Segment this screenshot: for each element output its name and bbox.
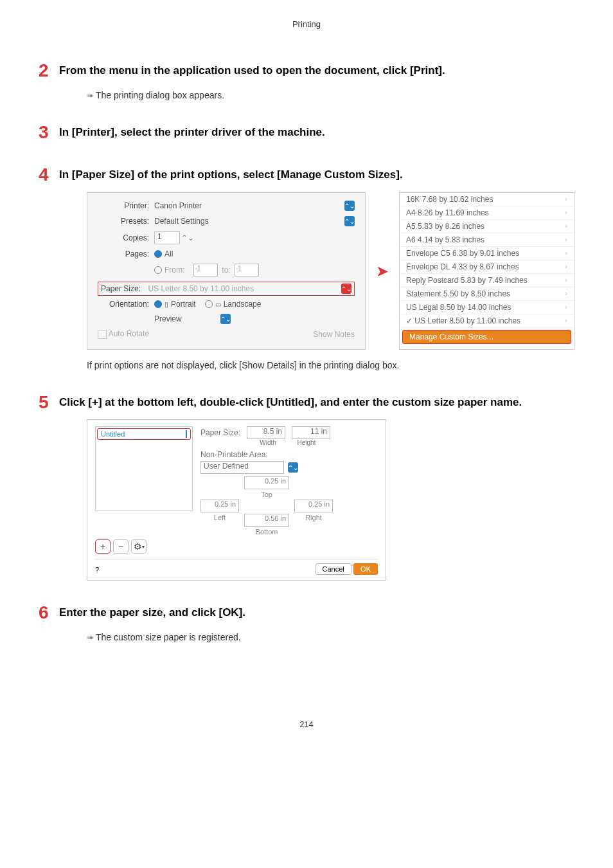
preview-label: Preview — [154, 314, 182, 323]
size-option[interactable]: A5 5.83 by 8.26 inches› — [400, 220, 574, 233]
red-arrow-icon: ➤ — [376, 262, 389, 280]
bottom-label: Bottom — [244, 528, 289, 536]
step-number-5: 5 — [39, 393, 51, 413]
step-number-3: 3 — [39, 123, 51, 143]
size-list: Untitled — [95, 426, 193, 511]
size-option[interactable]: Reply Postcard 5.83 by 7.49 inches› — [400, 274, 574, 287]
radio-landscape[interactable] — [205, 300, 213, 308]
right-input[interactable]: 0.25 in — [294, 500, 333, 512]
height-input[interactable]: 11 in — [292, 426, 330, 439]
printer-value: Canon Printer — [154, 201, 202, 210]
result-arrow-icon: ➠ — [87, 633, 94, 642]
dropdown-icon[interactable]: ⌃⌄ — [344, 201, 355, 211]
to-input[interactable]: 1 — [235, 264, 259, 276]
radio-portrait[interactable] — [154, 300, 162, 308]
size-option[interactable]: A4 8.26 by 11.69 inches› — [400, 206, 574, 220]
step4-note: If print options are not displayed, clic… — [87, 360, 574, 370]
dropdown-icon[interactable]: ⌃⌄ — [344, 216, 355, 226]
top-input[interactable]: 0.25 in — [244, 476, 289, 489]
options-button[interactable]: ⚙︎▾ — [131, 539, 147, 554]
landscape-label: Landscape — [224, 300, 262, 309]
dropdown-icon[interactable]: ⌃⌄ — [341, 284, 351, 294]
result-arrow-icon: ➠ — [87, 91, 94, 100]
bottom-input[interactable]: 0.56 in — [244, 514, 289, 527]
width-input[interactable]: 8.5 in — [247, 426, 285, 439]
untitled-item[interactable]: Untitled — [97, 428, 191, 440]
size-option-selected[interactable]: ✓ US Letter 8.50 by 11.00 inches› — [400, 314, 574, 328]
size-option[interactable]: Envelope C5 6.38 by 9.01 inches› — [400, 247, 574, 260]
auto-rotate-label: Auto Rotate — [109, 329, 149, 338]
checkbox-autorotate[interactable] — [98, 330, 107, 339]
step-title-5: Click [+] at the bottom left, double-cli… — [59, 396, 522, 409]
left-label: Left — [200, 514, 239, 527]
print-dialog: Printer: Canon Printer ⌃⌄ Presets: Defau… — [87, 192, 366, 350]
from-label: From: — [164, 266, 184, 275]
ok-button[interactable]: OK — [353, 563, 378, 575]
top-label: Top — [244, 491, 289, 498]
right-label: Right — [294, 514, 333, 527]
size-option[interactable]: A6 4.14 by 5.83 inches› — [400, 233, 574, 247]
add-button[interactable]: + — [95, 539, 111, 554]
printer-label: Printer: — [98, 201, 149, 210]
step-title-3: In [Printer], select the printer driver … — [59, 126, 325, 139]
remove-button[interactable]: − — [113, 539, 129, 554]
manage-custom-sizes[interactable]: Manage Custom Sizes... — [402, 330, 571, 344]
step-sub-2: The printing dialog box appears. — [96, 90, 224, 100]
copies-input[interactable]: 1 — [154, 231, 180, 244]
dropdown-icon[interactable]: ⌃⌄ — [288, 462, 298, 473]
step-title-4: In [Paper Size] of the print options, se… — [59, 168, 403, 181]
all-label: All — [164, 249, 173, 258]
step-number-4: 4 — [39, 165, 51, 185]
page-header: Printing — [39, 19, 574, 29]
pages-label: Pages: — [98, 249, 149, 258]
presets-label: Presets: — [98, 217, 149, 226]
size-option[interactable]: Statement 5.50 by 8.50 inches› — [400, 287, 574, 301]
step-number-6: 6 — [39, 603, 51, 623]
page-number: 214 — [39, 719, 574, 729]
paper-size-label: Paper Size: — [101, 284, 141, 293]
left-input[interactable]: 0.25 in — [200, 500, 239, 512]
size-option[interactable]: Envelope DL 4.33 by 8.67 inches› — [400, 260, 574, 274]
dropdown-icon[interactable]: ⌃⌄ — [220, 314, 231, 324]
custom-size-dialog: Untitled Paper Size: 8.5 in 11 in Width … — [87, 419, 386, 581]
presets-value: Default Settings — [154, 217, 209, 226]
copies-label: Copies: — [98, 233, 149, 242]
step-title-6: Enter the paper size, and click [OK]. — [59, 606, 245, 619]
step-title-2: From the menu in the application used to… — [59, 64, 445, 77]
cancel-button[interactable]: Cancel — [315, 563, 351, 575]
paper-size-label: Paper Size: — [200, 428, 240, 437]
radio-from[interactable] — [154, 266, 162, 274]
stepper-icon[interactable]: ⌃⌄ — [181, 233, 194, 242]
npa-label: Non-Printable Area: — [200, 450, 378, 459]
to-label: to: — [222, 266, 230, 275]
paper-size-row[interactable]: Paper Size: US Letter 8.50 by 11.00 inch… — [98, 282, 355, 296]
help-button[interactable]: ? — [95, 565, 105, 575]
from-input[interactable]: 1 — [193, 264, 218, 276]
portrait-label: Portrait — [171, 300, 196, 309]
radio-all[interactable] — [154, 250, 162, 258]
paper-size-value: US Letter 8.50 by 11.00 inches — [148, 284, 254, 293]
height-label: Height — [290, 439, 323, 446]
paper-size-menu: 16K 7.68 by 10.62 inches› A4 8.26 by 11.… — [399, 192, 574, 350]
size-option[interactable]: 16K 7.68 by 10.62 inches› — [400, 193, 574, 206]
step-number-2: 2 — [39, 61, 51, 81]
width-label: Width — [252, 439, 284, 446]
user-defined-select[interactable]: User Defined — [200, 461, 284, 474]
size-option[interactable]: US Legal 8.50 by 14.00 inches› — [400, 301, 574, 314]
step-sub-6: The custom size paper is registered. — [96, 632, 241, 642]
orientation-label: Orientation: — [98, 300, 149, 309]
show-notes-label: Show Notes — [313, 330, 355, 339]
